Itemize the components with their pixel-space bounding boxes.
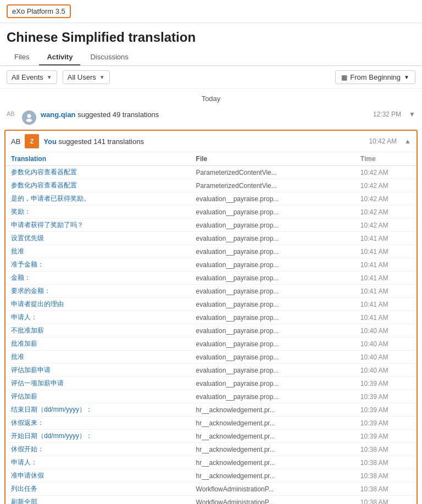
table-row: 结束日期（dd/mm/yyyy）： hr__acknowledgement.pr…: [5, 403, 417, 417]
cell-file: hr__acknowledgement.pr...: [191, 456, 355, 469]
cell-translation[interactable]: 列出任务: [5, 483, 191, 496]
cell-translation[interactable]: 评估一项加薪申请: [5, 377, 191, 390]
cell-translation[interactable]: 评估加薪: [5, 390, 191, 403]
events-filter[interactable]: All Events ▼: [7, 70, 57, 84]
cell-time: 10:40 AM: [355, 324, 417, 337]
cell-translation[interactable]: 设置优先级: [5, 232, 191, 245]
cell-file: WorkflowAdministrationP...: [191, 496, 355, 505]
cell-file: evaluation__payraise.prop...: [191, 337, 355, 351]
cell-translation[interactable]: 批准: [5, 351, 191, 364]
page-title: Chinese Simplified translation: [0, 23, 422, 49]
cell-translation[interactable]: 结束日期（dd/mm/yyyy）：: [5, 403, 191, 417]
cell-translation[interactable]: 评估加薪申请: [5, 364, 191, 377]
cell-translation[interactable]: 申请人：: [5, 456, 191, 469]
expand-chevron[interactable]: ▼: [409, 110, 415, 118]
cell-translation[interactable]: 是的，申请者已获得奖励。: [5, 192, 191, 206]
cell-time: 10:38 AM: [355, 443, 417, 456]
cell-translation[interactable]: 参数化内容查看器配置: [5, 166, 191, 179]
table-row: 批准 evaluation__payraise.prop... 10:41 AM: [5, 245, 417, 258]
cell-translation[interactable]: 金额：: [5, 272, 191, 285]
cell-file: evaluation__payraise.prop...: [191, 390, 355, 403]
ab-badge-exp: AB: [11, 137, 20, 146]
calendar-icon: ▦: [341, 74, 347, 81]
table-row: 申请者提出的理由 evaluation__payraise.prop... 10…: [5, 298, 417, 311]
table-row: 要求的金额： evaluation__payraise.prop... 10:4…: [5, 285, 417, 298]
cell-time: 10:41 AM: [355, 258, 417, 272]
collapse-chevron[interactable]: ▲: [404, 137, 411, 145]
table-row: 准予金额： evaluation__payraise.prop... 10:41…: [5, 258, 417, 272]
table-row: 休假开始： hr__acknowledgement.pr... 10:38 AM: [5, 443, 417, 456]
cell-file: evaluation__payraise.prop...: [191, 298, 355, 311]
tab-files[interactable]: Files: [7, 49, 37, 65]
tab-discussions[interactable]: Discussions: [82, 49, 136, 65]
cell-translation[interactable]: 申请者提出的理由: [5, 298, 191, 311]
cell-translation[interactable]: 准予金额：: [5, 258, 191, 272]
table-row: 准申请休假 hr__acknowledgement.pr... 10:38 AM: [5, 469, 417, 483]
cell-translation[interactable]: 休假开始：: [5, 443, 191, 456]
cell-file: evaluation__payraise.prop...: [191, 364, 355, 377]
top-bar: eXo Platform 3.5: [0, 0, 422, 23]
cell-time: 10:41 AM: [355, 298, 417, 311]
cell-translation[interactable]: 不批准加薪: [5, 324, 191, 337]
table-row: 申请者获得了奖励了吗？ evaluation__payraise.prop...…: [5, 219, 417, 232]
users-filter[interactable]: All Users ▼: [63, 70, 110, 84]
cell-translation[interactable]: 申请者获得了奖励了吗？: [5, 219, 191, 232]
cell-file: evaluation__payraise.prop...: [191, 311, 355, 324]
cell-time: 10:41 AM: [355, 232, 417, 245]
cell-time: 10:42 AM: [355, 166, 417, 179]
avatar-you: Z: [25, 134, 39, 148]
svg-text:Z: Z: [30, 139, 34, 145]
expanded-action: suggested 141 translations: [59, 137, 144, 146]
range-filter[interactable]: ▦ From Beginning ▼: [335, 70, 415, 84]
table-row: 申请人： evaluation__payraise.prop... 10:41 …: [5, 311, 417, 324]
cell-time: 10:38 AM: [355, 483, 417, 496]
cell-translation[interactable]: 要求的金额：: [5, 285, 191, 298]
cell-translation[interactable]: 奖励：: [5, 206, 191, 219]
cell-time: 10:42 AM: [355, 179, 417, 192]
cell-time: 10:40 AM: [355, 337, 417, 351]
table-row: 申请人： hr__acknowledgement.pr... 10:38 AM: [5, 456, 417, 469]
table-row: 批准加薪 evaluation__payraise.prop... 10:40 …: [5, 337, 417, 351]
translation-table: Translation File Time 参数化内容查看器配置 Paramet…: [5, 152, 417, 504]
cell-translation[interactable]: 刷新全部: [5, 496, 191, 505]
table-row: 休假返来： hr__acknowledgement.pr... 10:39 AM: [5, 417, 417, 430]
cell-translation[interactable]: 开始日期（dd/mm/yyyy）：: [5, 430, 191, 443]
activity-user: wang.qian: [41, 110, 76, 119]
table-row: 评估加薪 evaluation__payraise.prop... 10:39 …: [5, 390, 417, 403]
activity-expanded-you: AB Z You suggested 141 translations 10:4…: [4, 130, 418, 504]
table-row: 参数化内容查看器配置 ParameterizedContentVie... 10…: [5, 166, 417, 179]
cell-time: 10:39 AM: [355, 390, 417, 403]
activity-action: suggested 49 translations: [77, 110, 159, 119]
cell-time: 10:42 AM: [355, 219, 417, 232]
cell-file: evaluation__payraise.prop...: [191, 285, 355, 298]
activity-time-wang-qian: 12:32 PM: [373, 110, 401, 118]
cell-translation[interactable]: 申请人：: [5, 311, 191, 324]
cell-translation[interactable]: 参数化内容查看器配置: [5, 179, 191, 192]
col-header-time: Time: [355, 152, 417, 166]
cell-time: 10:42 AM: [355, 206, 417, 219]
cell-time: 10:38 AM: [355, 496, 417, 505]
table-row: 评估加薪申请 evaluation__payraise.prop... 10:4…: [5, 364, 417, 377]
table-row: 奖励： evaluation__payraise.prop... 10:42 A…: [5, 206, 417, 219]
col-header-file: File: [191, 152, 355, 166]
table-row: 刷新全部 WorkflowAdministrationP... 10:38 AM: [5, 496, 417, 505]
cell-translation[interactable]: 休假返来：: [5, 417, 191, 430]
ab-badge: AB: [7, 110, 18, 117]
table-row: 金额： evaluation__payraise.prop... 10:41 A…: [5, 272, 417, 285]
svg-point-1: [26, 119, 32, 122]
cell-file: evaluation__payraise.prop...: [191, 351, 355, 364]
cell-time: 10:40 AM: [355, 364, 417, 377]
tab-activity[interactable]: Activity: [39, 49, 80, 65]
cell-translation[interactable]: 批准: [5, 245, 191, 258]
filters-bar: All Events ▼ All Users ▼ ▦ From Beginnin…: [0, 66, 422, 89]
cell-file: WorkflowAdministrationP...: [191, 483, 355, 496]
expanded-user: You: [43, 137, 57, 146]
cell-translation[interactable]: 批准加薪: [5, 337, 191, 351]
table-row: 参数化内容查看器配置 ParameterizedContentVie... 10…: [5, 179, 417, 192]
cell-time: 10:41 AM: [355, 285, 417, 298]
cell-translation[interactable]: 准申请休假: [5, 469, 191, 483]
tabs-bar: Files Activity Discussions: [0, 49, 422, 66]
table-row: 不批准加薪 evaluation__payraise.prop... 10:40…: [5, 324, 417, 337]
cell-file: evaluation__payraise.prop...: [191, 219, 355, 232]
app-badge[interactable]: eXo Platform 3.5: [7, 4, 71, 18]
